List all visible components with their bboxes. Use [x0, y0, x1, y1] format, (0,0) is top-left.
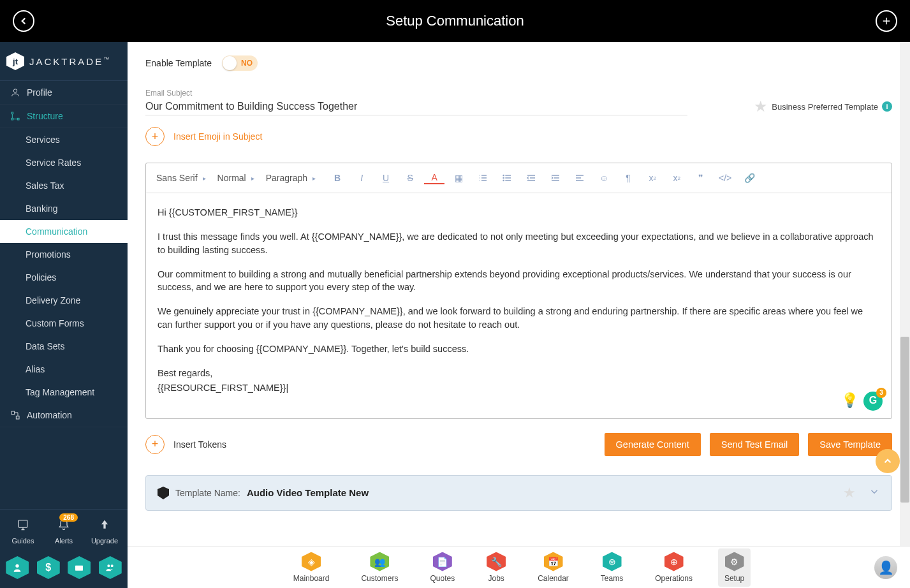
hex-people-icon[interactable] — [99, 556, 122, 579]
sidebar-sub-promotions[interactable]: Promotions — [0, 243, 128, 266]
bottomnav-jobs[interactable]: 🔧Jobs — [480, 548, 512, 587]
info-icon[interactable]: i — [882, 101, 892, 112]
block-dropdown[interactable]: Paragraph▸ — [266, 172, 323, 184]
bottomnav-quotes[interactable]: 📄Quotes — [423, 548, 461, 587]
upgrade-button[interactable]: Upgrade — [85, 518, 124, 545]
bottomnav-calendar[interactable]: 📅Calendar — [531, 548, 575, 587]
scrollbar-thumb[interactable] — [900, 337, 909, 503]
arrow-up-icon — [85, 518, 124, 534]
sidebar-item-structure[interactable]: Structure — [0, 105, 128, 128]
person-icon — [10, 87, 20, 98]
svg-rect-5 — [16, 416, 19, 419]
add-button[interactable] — [876, 10, 897, 32]
avatar[interactable]: 👤 — [874, 556, 897, 579]
size-dropdown[interactable]: Normal▸ — [217, 172, 262, 184]
sidebar-item-automation[interactable]: Automation — [0, 404, 128, 427]
back-button[interactable] — [13, 10, 34, 32]
highlight-icon[interactable]: ▦ — [448, 170, 469, 186]
lightbulb-icon[interactable]: 💡 — [841, 391, 858, 411]
sidebar-sub-sales-tax[interactable]: Sales Tax — [0, 174, 128, 197]
automation-icon — [10, 410, 20, 420]
code-icon[interactable]: </> — [715, 170, 735, 186]
chevron-down-icon[interactable] — [869, 486, 880, 500]
sidebar-sub-custom-forms[interactable]: Custom Forms — [0, 312, 128, 335]
email-subject-input[interactable] — [145, 98, 687, 115]
quote-icon[interactable]: ❞ — [691, 170, 711, 186]
editor-line: We genuinely appreciate your trust in {{… — [158, 305, 880, 331]
outdent-icon[interactable] — [521, 170, 541, 186]
hex-person-icon[interactable] — [6, 556, 29, 579]
logo-text: JACKTRADE™ — [29, 56, 111, 67]
sidebar-sub-service-rates[interactable]: Service Rates — [0, 151, 128, 174]
align-icon[interactable] — [569, 170, 590, 186]
hex-icon: ⚙ — [725, 552, 744, 571]
editor-line: Hi {{CUSTOMER_FIRST_NAME}} — [158, 206, 880, 219]
guides-button[interactable]: Guides — [4, 518, 42, 545]
editor-body[interactable]: Hi {{CUSTOMER_FIRST_NAME}} I trust this … — [146, 193, 892, 418]
direction-icon[interactable]: ¶ — [618, 170, 638, 186]
svg-point-0 — [13, 89, 17, 92]
grammarly-icon[interactable]: G3 — [863, 392, 883, 411]
scroll-top-button[interactable] — [876, 449, 900, 473]
editor-line: {{RESOURCE_FIRST_NAME}}| — [158, 381, 880, 394]
editor-line: I trust this message finds you well. At … — [158, 230, 880, 256]
hex-icon: ⊛ — [603, 552, 622, 571]
sidebar-sub-delivery-zone[interactable]: Delivery Zone — [0, 289, 128, 312]
font-dropdown[interactable]: Sans Serif▸ — [156, 172, 214, 184]
sidebar-sub-alias[interactable]: Alias — [0, 358, 128, 381]
sidebar-sub-services[interactable]: Services — [0, 128, 128, 151]
alerts-button[interactable]: 268 Alerts — [45, 518, 83, 545]
insert-tokens-button[interactable]: + Insert Tokens — [145, 435, 226, 454]
emoji-icon[interactable]: ☺ — [594, 170, 614, 186]
sidebar-sub-communication[interactable]: Communication — [0, 220, 128, 243]
svg-point-10 — [110, 564, 113, 567]
strike-icon[interactable]: S — [400, 170, 420, 186]
template-row[interactable]: Template Name: Audio Video Template New … — [145, 475, 892, 511]
underline-icon[interactable]: U — [376, 170, 396, 186]
sidebar-item-profile[interactable]: Profile — [0, 81, 128, 105]
shield-icon — [158, 487, 169, 499]
toggle-knob — [223, 56, 237, 70]
link-icon[interactable]: 🔗 — [739, 170, 760, 186]
svg-point-11 — [503, 175, 504, 175]
bottomnav-setup[interactable]: ⚙Setup — [718, 548, 751, 587]
bottomnav-mainboard[interactable]: ◈Mainboard — [287, 548, 336, 587]
editor: Sans Serif▸ Normal▸ Paragraph▸ B I U S A… — [145, 163, 892, 419]
text-color-icon[interactable]: A — [424, 172, 444, 184]
sidebar-sub-tag-management[interactable]: Tag Management — [0, 381, 128, 404]
sidebar-sub-banking[interactable]: Banking — [0, 197, 128, 220]
list-ol-icon[interactable] — [473, 170, 493, 186]
indent-icon[interactable] — [545, 170, 566, 186]
scrollbar[interactable] — [900, 42, 910, 546]
hex-icon: 🔧 — [487, 552, 506, 571]
device-icon — [4, 518, 42, 534]
sidebar-sub-data-sets[interactable]: Data Sets — [0, 335, 128, 358]
bottomnav-customers[interactable]: 👥Customers — [355, 548, 404, 587]
star-icon[interactable]: ★ — [843, 485, 856, 501]
generate-content-button[interactable]: Generate Content — [605, 433, 701, 456]
bottomnav-teams[interactable]: ⊛Teams — [594, 548, 629, 587]
alerts-badge: 268 — [59, 513, 78, 522]
svg-rect-2 — [11, 118, 13, 120]
template-name-label: Template Name: — [175, 488, 240, 498]
list-ul-icon[interactable] — [497, 170, 517, 186]
sidebar-sub-policies[interactable]: Policies — [0, 266, 128, 289]
svg-point-9 — [107, 564, 110, 567]
bottomnav-operations[interactable]: ⊕Operations — [649, 548, 699, 587]
star-icon[interactable]: ★ — [754, 98, 768, 115]
italic-icon[interactable]: I — [351, 170, 372, 186]
send-test-email-button[interactable]: Send Test Email — [710, 433, 800, 456]
svg-rect-1 — [11, 112, 13, 114]
enable-template-label: Enable Template — [145, 58, 212, 68]
hex-dollar-icon[interactable]: $ — [37, 556, 60, 579]
hex-card-icon[interactable] — [68, 556, 91, 579]
structure-icon — [10, 111, 20, 121]
logo[interactable]: jt JACKTRADE™ — [0, 42, 128, 81]
insert-emoji-button[interactable]: + Insert Emoji in Subject — [145, 127, 892, 146]
subscript-icon[interactable]: x2 — [642, 170, 663, 186]
bold-icon[interactable]: B — [327, 170, 348, 186]
enable-template-toggle[interactable]: NO — [222, 55, 258, 71]
preferred-template-label: Business Preferred Template — [772, 102, 878, 112]
svg-point-13 — [503, 180, 504, 180]
superscript-icon[interactable]: x2 — [666, 170, 687, 186]
